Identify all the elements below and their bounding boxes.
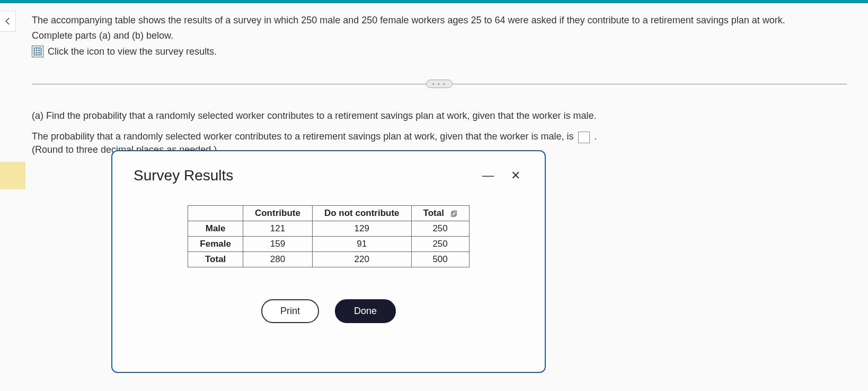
close-button[interactable]: ✕ (508, 168, 524, 184)
chevron-left-icon (3, 16, 13, 26)
cell: 280 (243, 252, 312, 267)
survey-results-dialog: Survey Results — ✕ Contribute Do not con… (111, 150, 546, 373)
print-button[interactable]: Print (261, 299, 319, 323)
question-intro-2: Complete parts (a) and (b) below. (32, 29, 847, 42)
part-a-prompt: (a) Find the probability that a randomly… (32, 110, 847, 121)
answer-suffix: . (594, 131, 597, 142)
question-intro-1: The accompanying table shows the results… (32, 14, 847, 27)
table-row: Female 159 91 250 (188, 237, 469, 252)
svg-rect-6 (453, 211, 456, 215)
section-divider: • • • (32, 79, 847, 89)
cell: 121 (243, 221, 312, 237)
header-contribute: Contribute (243, 206, 312, 221)
answer-input[interactable] (578, 132, 590, 143)
highlight-marker (0, 162, 25, 189)
svg-rect-5 (451, 212, 455, 216)
cell: 250 (411, 221, 469, 237)
data-table-icon[interactable] (32, 46, 43, 57)
answer-prefix: The probability that a randomly selected… (32, 131, 573, 142)
dialog-title: Survey Results (134, 167, 233, 184)
cell: 220 (312, 252, 411, 267)
table-row: Male 121 129 250 (188, 221, 469, 237)
cell: 91 (312, 237, 411, 252)
row-label-total: Total (188, 252, 243, 267)
row-label-female: Female (188, 237, 243, 252)
minimize-button[interactable]: — (479, 168, 497, 184)
header-blank (188, 206, 243, 221)
collapse-panel-tab[interactable] (0, 11, 16, 32)
copy-icon[interactable] (450, 210, 457, 218)
expand-pill[interactable]: • • • (426, 80, 453, 88)
done-button[interactable]: Done (335, 299, 396, 323)
table-header-row: Contribute Do not contribute Total (188, 206, 469, 221)
cell: 159 (243, 237, 312, 252)
icon-instruction-text: Click the icon to view the survey result… (48, 46, 217, 57)
svg-rect-0 (34, 48, 41, 55)
header-donot: Do not contribute (312, 206, 411, 221)
cell: 129 (312, 221, 411, 237)
header-total: Total (411, 206, 469, 221)
cell: 250 (411, 237, 469, 252)
row-label-male: Male (188, 221, 243, 237)
cell: 500 (411, 252, 469, 267)
table-row: Total 280 220 500 (188, 252, 469, 267)
survey-data-table: Contribute Do not contribute Total Male … (188, 205, 469, 267)
